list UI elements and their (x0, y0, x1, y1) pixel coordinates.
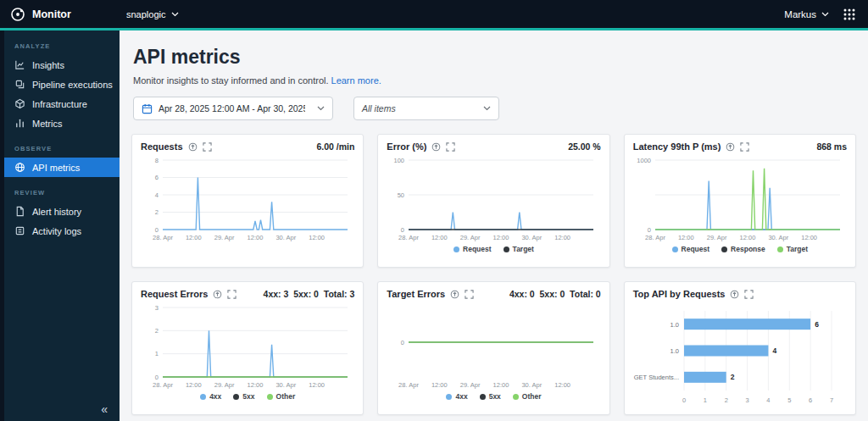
legend-label: 4xx (209, 392, 221, 401)
legend-item[interactable]: Target (504, 245, 534, 253)
legend-label: 5xx (489, 392, 501, 401)
user-menu[interactable]: Markus (784, 9, 829, 19)
org-selector[interactable]: snaplogic (126, 9, 179, 19)
svg-text:12:00: 12:00 (186, 381, 202, 389)
svg-text:0: 0 (155, 374, 159, 381)
org-selector-value: snaplogic (126, 9, 165, 19)
fullscreen-icon[interactable] (227, 290, 236, 299)
sidebar-item-label: Activity logs (32, 226, 81, 236)
sidebar-item-label: Metrics (32, 119, 62, 129)
fullscreen-icon[interactable] (465, 290, 474, 299)
svg-text:1: 1 (155, 350, 159, 357)
sidebar-item-activity-logs[interactable]: Activity logs (0, 221, 120, 241)
svg-text:0: 0 (401, 226, 404, 234)
legend-label: Response (731, 245, 765, 253)
chart-card-latency-99p: Latency 99th P (ms)868 ms0100028. Apr12:… (624, 134, 856, 268)
legend-dot (504, 247, 509, 252)
chart-card-top-api-by-requests: Top API by Requests012345671.061.04GET S… (624, 281, 856, 415)
export-icon[interactable] (730, 290, 739, 299)
svg-text:29. Apr: 29. Apr (460, 381, 481, 389)
items-filter-value: All items (362, 103, 396, 114)
svg-text:28. Apr: 28. Apr (645, 234, 665, 241)
chart-plot: 012328. Apr12:0029. Apr12:0030. Apr12:00 (141, 302, 354, 391)
sidebar-item-pipeline-executions[interactable]: Pipeline executions (0, 75, 120, 94)
svg-text:12:00: 12:00 (309, 381, 325, 389)
fullscreen-icon[interactable] (446, 142, 455, 152)
sidebar-item-label: Pipeline executions (32, 80, 113, 90)
export-icon[interactable] (726, 142, 735, 152)
legend-dot (480, 394, 486, 400)
sidebar-section-observe: OBSERVE (14, 145, 120, 152)
chevron-down-icon (821, 12, 829, 17)
learn-more-link[interactable]: Learn more. (331, 75, 381, 86)
svg-text:8: 8 (155, 157, 159, 164)
date-range-value: Apr 28, 2025 12:00 AM - Apr 30, 2025 11:… (159, 103, 305, 114)
chart-plot: 0100028. Apr12:0029. Apr12:0030. Apr12:0… (633, 155, 847, 243)
legend-item[interactable]: Request (672, 245, 710, 253)
chart-title: Requests (141, 141, 183, 152)
export-icon[interactable] (431, 142, 441, 152)
apps-grid-icon[interactable] (843, 8, 856, 21)
svg-text:6: 6 (815, 320, 819, 329)
legend-item[interactable]: Request (453, 245, 492, 253)
svg-text:4: 4 (766, 396, 770, 404)
chart-legend: 4xx5xxOther (141, 392, 354, 401)
export-icon[interactable] (213, 290, 222, 299)
legend-item[interactable]: Response (721, 245, 765, 253)
filters-row: Apr 28, 2025 12:00 AM - Apr 30, 2025 11:… (133, 97, 856, 120)
svg-text:1000: 1000 (637, 157, 651, 164)
sidebar-collapse-button[interactable]: « (101, 402, 108, 416)
sidebar-item-label: API metrics (32, 163, 80, 173)
chart-card-requests: Requests6.00 /min0246828. Apr12:0029. Ap… (131, 134, 364, 268)
legend-dot (777, 247, 783, 252)
svg-text:2: 2 (730, 373, 734, 381)
svg-text:12:00: 12:00 (555, 381, 571, 389)
chart-value: 4xx: 0 5xx: 0 Total: 0 (509, 289, 601, 299)
fullscreen-icon[interactable] (740, 142, 749, 152)
sidebar-item-metrics[interactable]: Metrics (0, 114, 120, 133)
sidebar-item-label: Infrastructure (32, 99, 87, 109)
sidebar-item-infrastructure[interactable]: Infrastructure (0, 94, 120, 114)
sidebar-item-api-metrics[interactable]: API metrics (0, 158, 120, 177)
sidebar-item-insights[interactable]: Insights (0, 55, 120, 75)
globe-icon (14, 162, 25, 173)
svg-text:6: 6 (155, 174, 159, 181)
chart-title: Error (%) (387, 141, 426, 152)
svg-text:12:00: 12:00 (431, 234, 448, 241)
infrastructure-icon (14, 98, 25, 109)
svg-text:30. Apr: 30. Apr (275, 381, 296, 389)
fullscreen-icon[interactable] (744, 290, 754, 299)
chart-plot: 012345671.061.04GET Students...2 (633, 302, 847, 406)
sidebar-item-alert-history[interactable]: Alert history (0, 202, 120, 221)
topbar: Monitor snaplogic Markus (0, 0, 868, 30)
chart-value: 25.00 % (568, 141, 601, 152)
svg-text:28. Apr: 28. Apr (398, 381, 419, 389)
svg-text:12:00: 12:00 (493, 381, 509, 389)
export-icon[interactable] (450, 290, 459, 299)
legend-item[interactable]: Target (777, 245, 808, 253)
export-icon[interactable] (188, 142, 198, 152)
svg-text:30. Apr: 30. Apr (522, 381, 542, 389)
legend-label: Request (463, 245, 492, 253)
legend-item[interactable]: Other (513, 392, 542, 401)
app-title: Monitor (32, 8, 71, 20)
svg-text:28. Apr: 28. Apr (153, 234, 173, 241)
chart-plot: 0246828. Apr12:0029. Apr12:0030. Apr12:0… (141, 155, 354, 243)
legend-dot (200, 394, 206, 400)
legend-item[interactable]: 5xx (480, 392, 501, 401)
legend-item[interactable]: 4xx (446, 392, 467, 401)
fullscreen-icon[interactable] (203, 142, 212, 152)
metrics-icon (14, 118, 25, 129)
page-subtitle: Monitor insights to stay informed and in… (133, 75, 856, 86)
svg-text:0: 0 (401, 339, 404, 346)
legend-item[interactable]: 5xx (233, 392, 254, 401)
pipeline-icon (14, 79, 25, 90)
legend-item[interactable]: 4xx (200, 392, 221, 401)
svg-text:12:00: 12:00 (248, 234, 264, 241)
legend-item[interactable]: Other (267, 392, 296, 401)
items-filter-dropdown[interactable]: All items (353, 97, 499, 120)
chart-card-request-errors: Request Errors4xx: 3 5xx: 0 Total: 30123… (131, 281, 364, 415)
chart-title: Latency 99th P (ms) (633, 141, 721, 152)
legend-dot (267, 394, 273, 400)
date-range-picker[interactable]: Apr 28, 2025 12:00 AM - Apr 30, 2025 11:… (133, 97, 333, 120)
